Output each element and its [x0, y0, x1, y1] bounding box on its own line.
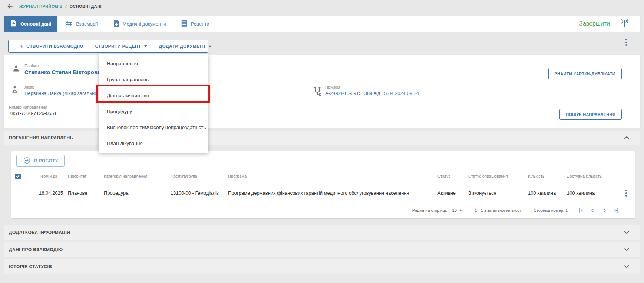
tab-interactions[interactable]: Взаємодії	[57, 16, 105, 32]
referral-number-label: Номер направлення	[9, 105, 47, 109]
dropdown-item-treatment-plan[interactable]: План лікування	[99, 135, 208, 151]
tab-label: Основні дані	[20, 21, 51, 27]
cell-term: 16.04.2025	[39, 190, 68, 196]
document-pulse-icon	[10, 20, 17, 28]
tab-label: Медичні документи	[123, 21, 166, 27]
chevron-down-icon[interactable]	[622, 229, 631, 236]
cell-available-quantity: 100 хвилина	[567, 190, 625, 196]
kebab-menu-icon[interactable]	[624, 38, 628, 47]
arrow-circle-icon	[23, 157, 31, 165]
visit-value-link[interactable]: A-24-04-15-09151389 від 15.04.2024 09:14	[325, 91, 419, 96]
referrals-table-card: В РОБОТУ Термін дії Пріоритет Категорія …	[11, 151, 635, 218]
top-bar: ЖУРНАЛ ПРИЙОМІВ / ОСНОВНІ ДАНІ	[0, 0, 644, 13]
receipt-icon	[181, 20, 187, 28]
tab-bar-right: Завершити	[579, 16, 640, 32]
breadcrumb-current: ОСНОВНІ ДАНІ	[69, 4, 102, 9]
add-document-dropdown: Направлення Група направлень Діагностичн…	[99, 54, 208, 153]
breadcrumb-separator: /	[65, 4, 66, 9]
previous-page-icon[interactable]	[589, 207, 596, 214]
cell-category: Процедура	[104, 190, 171, 196]
cell-service: 13100-00 - Гемодіаліз	[171, 190, 228, 196]
row-kebab-menu-icon[interactable]	[625, 190, 629, 197]
antenna-icon[interactable]	[619, 17, 630, 30]
breadcrumb-parent[interactable]: ЖУРНАЛ ПРИЙОМІВ	[19, 4, 63, 9]
finish-link[interactable]: Завершити	[579, 20, 610, 27]
section-title: ПОГАШЕННЯ НАПРАВЛЕНЬ	[9, 135, 73, 141]
column-header: Програма	[228, 174, 437, 178]
column-header: Доступна кількість	[567, 174, 625, 178]
column-header: Послуга/група	[171, 174, 228, 178]
tab-main-data[interactable]: Основні дані	[4, 16, 57, 32]
rows-per-page-select[interactable]: 10	[452, 208, 462, 213]
chevron-down-icon	[459, 210, 462, 211]
dropdown-item-referral[interactable]: Направлення	[99, 56, 208, 72]
divider	[9, 80, 538, 80]
column-header: Категорія направлення	[104, 174, 171, 178]
cell-quantity: 100 хвилина	[528, 190, 567, 196]
to-work-button[interactable]: В РОБОТУ	[16, 155, 65, 167]
create-interaction-button[interactable]: + СТВОРИТИ ВЗАЄМОДІЮ	[14, 43, 89, 49]
patient-name-link[interactable]: Степанко Степан Вікторович	[24, 69, 104, 75]
dropdown-item-temporary-incapacity[interactable]: Висновок про тимчасову непрацездатність	[99, 119, 208, 135]
column-header: Термін дії	[39, 174, 68, 178]
table-header-row: Термін дії Пріоритет Категорія направлен…	[11, 171, 635, 182]
table-row[interactable]: 16.04.2025 Планове Процедура 13100-00 - …	[11, 184, 635, 202]
add-document-button[interactable]: ДОДАТИ ДОКУМЕНТ	[153, 44, 218, 49]
check-icon	[16, 174, 20, 178]
doctor-icon	[11, 86, 18, 95]
tab-medical-documents[interactable]: Медичні документи	[106, 16, 174, 32]
search-referral-button[interactable]: ПОШУК НАПРАВЛЕННЯ	[559, 109, 622, 120]
section-title: ДОДАТКОВА ІНФОРМАЦІЯ	[9, 230, 70, 235]
page: { "colors": { "accent_blue": "#3c76ad", …	[0, 0, 644, 283]
chevron-down-icon[interactable]	[622, 263, 631, 270]
cell-priority: Планове	[68, 190, 104, 196]
chevron-down-icon	[144, 45, 147, 47]
referral-number-value: 7851-7330-7126-0551	[9, 111, 57, 116]
section-status-history[interactable]: ІСТОРІЯ СТАТУСІВ	[4, 259, 640, 274]
column-header: Пріоритет	[68, 174, 104, 178]
pagination-page-number: Сторінка номер: 1	[534, 208, 568, 213]
person-icon	[12, 65, 20, 74]
dropdown-item-procedure[interactable]: Процедуру	[99, 103, 208, 119]
section-interaction-data[interactable]: ДАНІ ПРО ВЗАЄМОДІЮ	[4, 242, 640, 257]
cell-program: Програма державних фінансових гарантій м…	[228, 190, 437, 196]
chevron-up-icon[interactable]	[622, 135, 631, 141]
tab-bar: Основні дані Взаємодії Медичні документи…	[4, 16, 640, 32]
toolbar: + СТВОРИТИ ВЗАЄМОДІЮ СТВОРИТИ РЕЦЕПТ ДОД…	[8, 40, 208, 53]
create-prescription-button[interactable]: СТВОРИТИ РЕЦЕПТ	[89, 44, 153, 49]
tab-label: Рецепти	[191, 21, 209, 27]
section-title: ДАНІ ПРО ВЗАЄМОДІЮ	[9, 247, 63, 252]
tab-label: Взаємодії	[76, 21, 98, 27]
column-header: Статус	[437, 174, 468, 178]
next-page-icon[interactable]	[601, 207, 608, 214]
first-page-icon[interactable]	[577, 207, 584, 214]
plus-icon: +	[20, 43, 23, 49]
stethoscope-icon	[313, 86, 322, 98]
divider	[9, 122, 550, 122]
doctor-value-link[interactable]: Первинна Ланка (Лікар загальної п	[24, 91, 103, 96]
swap-arrows-icon	[65, 20, 73, 27]
section-title: ІСТОРІЯ СТАТУСІВ	[9, 264, 52, 269]
dropdown-item-diagnostic-report[interactable]: Діагностичний звіт	[99, 88, 208, 103]
chevron-down-icon[interactable]	[622, 246, 631, 253]
breadcrumb: ЖУРНАЛ ПРИЙОМІВ / ОСНОВНІ ДАНІ	[19, 4, 102, 9]
table-pagination: Рядків на сторінці: 10 1 - 1 з загальної…	[11, 202, 635, 218]
dropdown-item-referral-group[interactable]: Група направлень	[99, 72, 208, 88]
section-additional-info[interactable]: ДОДАТКОВА ІНФОРМАЦІЯ	[4, 225, 640, 240]
document-plus-icon	[113, 20, 119, 28]
back-button[interactable]	[6, 2, 14, 10]
column-header: Статус опрацювання	[468, 174, 528, 178]
toolbar-row: + СТВОРИТИ ВЗАЄМОДІЮ СТВОРИТИ РЕЦЕПТ ДОД…	[4, 32, 640, 55]
select-all-checkbox[interactable]	[15, 174, 39, 179]
cell-status: Активне	[437, 190, 468, 196]
doctor-label: Лікар	[24, 85, 34, 89]
patient-label: Пацієнт	[24, 63, 39, 68]
visit-label: Прийом	[325, 85, 340, 89]
chevron-up-icon	[209, 45, 212, 47]
last-page-icon[interactable]	[613, 207, 620, 214]
tab-prescriptions[interactable]: Рецепти	[174, 16, 217, 32]
rows-per-page-label: Рядків на сторінці:	[412, 208, 447, 213]
cell-processing-status: Виконується	[468, 190, 528, 196]
find-duplicates-button[interactable]: ЗНАЙТИ КАРТКИ-ДУБЛІКАТИ	[548, 68, 622, 79]
pagination-range: 1 - 1 з загальної кількості	[475, 208, 522, 213]
